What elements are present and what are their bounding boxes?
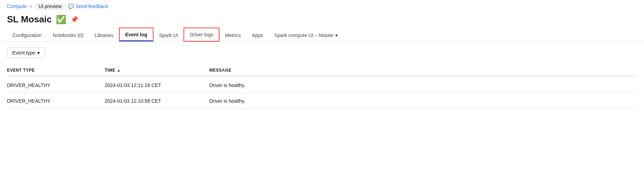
col-message-label: MESSAGE — [209, 68, 232, 73]
col-time-label: TIME — [105, 68, 115, 73]
table-row: DRIVER_HEALTHY 2024-01-03 12:11:18 CET D… — [7, 78, 637, 93]
content-area: Event type ▾ EVENT TYPE TIME ▲ MESSAGE D… — [0, 42, 644, 115]
pin-icon[interactable]: 📌 — [70, 16, 78, 23]
filter-bar: Event type ▾ — [7, 48, 637, 58]
tab-apps[interactable]: Apps — [246, 29, 269, 42]
table-row: DRIVER_HEALTHY 2024-01-03 12:10:58 CET D… — [7, 93, 637, 109]
cell-message-1: Driver is healthy. — [209, 82, 637, 88]
tab-spark-compute-ui-label: Spark compute UI – Master — [274, 32, 334, 38]
tab-libraries[interactable]: Libraries — [89, 29, 119, 42]
send-feedback-link[interactable]: 💬 Send feedback — [68, 3, 108, 9]
cell-event-type-1: DRIVER_HEALTHY — [7, 82, 105, 88]
col-time[interactable]: TIME ▲ — [105, 68, 209, 73]
breadcrumb-compute-link[interactable]: Compute — [7, 3, 27, 9]
event-type-filter-label: Event type — [12, 50, 35, 56]
cell-message-2: Driver is healthy. — [209, 98, 637, 104]
tabs-bar: Configuration Notebooks (0) Libraries Ev… — [0, 28, 644, 42]
tab-configuration[interactable]: Configuration — [7, 29, 47, 42]
tab-notebooks[interactable]: Notebooks (0) — [47, 29, 89, 42]
tab-metrics[interactable]: Metrics — [219, 29, 246, 42]
table-header: EVENT TYPE TIME ▲ MESSAGE — [7, 65, 637, 76]
page-title: SL Mosaic — [7, 14, 52, 25]
sort-ascending-icon: ▲ — [117, 68, 121, 72]
tab-event-log-highlight: Event log — [119, 28, 153, 42]
event-log-table: EVENT TYPE TIME ▲ MESSAGE DRIVER_HEALTHY… — [7, 65, 637, 109]
tab-driver-logs-highlight: Driver logs — [184, 28, 219, 42]
breadcrumb-current: UI preview — [35, 3, 65, 10]
cell-time-2: 2024-01-03 12:10:58 CET — [105, 98, 209, 104]
tab-spark-compute-ui[interactable]: Spark compute UI – Master ▾ — [269, 29, 343, 42]
tab-event-log[interactable]: Event log — [120, 28, 153, 41]
event-type-filter-button[interactable]: Event type ▾ — [7, 48, 45, 58]
event-type-filter-chevron: ▾ — [37, 50, 40, 56]
col-message: MESSAGE — [209, 68, 637, 73]
breadcrumb-separator: > — [30, 4, 32, 9]
chevron-down-icon: ▾ — [335, 32, 338, 38]
page-header: SL Mosaic ✅ 📌 — [0, 13, 644, 28]
feedback-label: Send feedback — [76, 3, 108, 9]
tab-driver-logs[interactable]: Driver logs — [184, 28, 219, 41]
col-event-type-label: EVENT TYPE — [7, 68, 35, 73]
cell-event-type-2: DRIVER_HEALTHY — [7, 98, 105, 104]
tab-spark-ui[interactable]: Spark UI — [153, 29, 184, 42]
top-bar: Compute > UI preview 💬 Send feedback — [0, 0, 644, 13]
cell-time-1: 2024-01-03 12:11:18 CET — [105, 82, 209, 88]
status-healthy-icon: ✅ — [56, 15, 66, 24]
col-event-type: EVENT TYPE — [7, 68, 105, 73]
feedback-icon: 💬 — [68, 3, 74, 9]
